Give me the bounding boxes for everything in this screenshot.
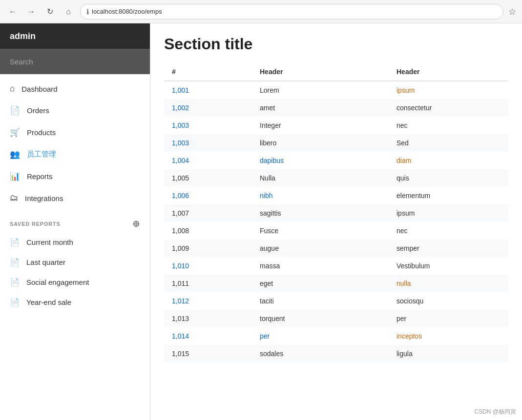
table-row: 1,005 Nulla quis xyxy=(164,169,508,187)
saved-report-label: Social engagement xyxy=(26,278,89,286)
table-row: 1,011 eget nulla xyxy=(164,275,508,292)
table-row: 1,003 libero Sed xyxy=(164,134,508,152)
table-row: 1,015 sodales ligula xyxy=(164,345,508,362)
sidebar-item-label: Reports xyxy=(27,172,53,180)
cart-icon: 🛒 xyxy=(10,127,20,138)
table-row: 1,004 dapibus diam xyxy=(164,152,508,169)
address-bar[interactable]: ℹ localhost:8080/zoo/emps xyxy=(80,4,503,20)
section-title: Section title xyxy=(164,35,508,53)
cell-num: 1,007 xyxy=(164,204,252,222)
cell-num: 1,014 xyxy=(164,327,252,345)
cell-col3: per xyxy=(389,310,508,327)
sidebar-item-orders[interactable]: 📄 Orders xyxy=(0,100,150,121)
orders-icon: 📄 xyxy=(10,105,20,116)
bookmark-icon[interactable]: ☆ xyxy=(508,6,516,17)
saved-report-social-engagement[interactable]: 📄 Social engagement xyxy=(0,272,150,292)
table-row: 1,007 sagittis ipsum xyxy=(164,204,508,222)
data-table: # Header Header 1,001 Lorem ipsum 1,002 … xyxy=(164,63,508,362)
table-body: 1,001 Lorem ipsum 1,002 amet consectetur… xyxy=(164,81,508,362)
watermark: CSDN @杨丙寅 xyxy=(474,408,516,416)
cell-col3: semper xyxy=(389,240,508,257)
main-nav: ⌂ Dashboard 📄 Orders 🛒 Products 👥 员工管理 📊 xyxy=(0,74,150,213)
cell-col3: quis xyxy=(389,169,508,187)
table-row: 1,003 Integer nec xyxy=(164,117,508,134)
saved-reports-list: 📄 Current month 📄 Last quarter 📄 Social … xyxy=(0,232,150,312)
cell-col2: Lorem xyxy=(252,81,389,99)
app-container: admin ⌂ Dashboard 📄 Orders 🛒 Products xyxy=(0,23,522,420)
cell-col3: inceptos xyxy=(389,327,508,345)
table-row: 1,014 per inceptos xyxy=(164,327,508,345)
table-row: 1,002 amet consectetur xyxy=(164,99,508,117)
cell-num: 1,008 xyxy=(164,222,252,240)
cell-col3: elementum xyxy=(389,187,508,204)
sidebar-item-products[interactable]: 🛒 Products xyxy=(0,121,150,143)
saved-reports-label: SAVED REPORTS xyxy=(10,221,61,227)
cell-num: 1,013 xyxy=(164,310,252,327)
sidebar: admin ⌂ Dashboard 📄 Orders 🛒 Products xyxy=(0,23,150,420)
sidebar-item-reports[interactable]: 📊 Reports xyxy=(0,165,150,187)
reload-button[interactable]: ↻ xyxy=(43,5,57,19)
saved-report-year-end-sale[interactable]: 📄 Year-end sale xyxy=(0,292,150,312)
cell-num: 1,011 xyxy=(164,275,252,292)
table-header-row: # Header Header xyxy=(164,63,508,81)
cell-col2: Integer xyxy=(252,117,389,134)
saved-report-label: Current month xyxy=(26,238,73,246)
add-report-button[interactable]: ⊕ xyxy=(132,219,140,229)
cell-num: 1,006 xyxy=(164,187,252,204)
table-row: 1,010 massa Vestibulum xyxy=(164,257,508,275)
sidebar-item-dashboard[interactable]: ⌂ Dashboard xyxy=(0,78,150,100)
report-icon: 📄 xyxy=(10,238,20,247)
sidebar-item-employees[interactable]: 👥 员工管理 xyxy=(0,143,150,165)
sidebar-item-integrations[interactable]: 🗂 Integrations xyxy=(0,187,150,209)
sidebar-item-label: Orders xyxy=(27,106,49,115)
home-button[interactable]: ⌂ xyxy=(62,5,75,19)
table-row: 1,001 Lorem ipsum xyxy=(164,81,508,99)
search-bar[interactable] xyxy=(0,49,150,74)
table-row: 1,013 torquent per xyxy=(164,310,508,327)
cell-col3: sociosqu xyxy=(389,292,508,310)
cell-col2: eget xyxy=(252,275,389,292)
sidebar-item-label: 员工管理 xyxy=(27,150,56,159)
saved-report-label: Year-end sale xyxy=(26,298,71,306)
cell-col2: per xyxy=(252,327,389,345)
cell-col2: taciti xyxy=(252,292,389,310)
cell-num: 1,005 xyxy=(164,169,252,187)
saved-report-last-quarter[interactable]: 📄 Last quarter xyxy=(0,252,150,272)
cell-num: 1,015 xyxy=(164,345,252,362)
cell-col2: torquent xyxy=(252,310,389,327)
cell-col3: Sed xyxy=(389,134,508,152)
cell-col2: sodales xyxy=(252,345,389,362)
cell-col3: Vestibulum xyxy=(389,257,508,275)
cell-col2: nibh xyxy=(252,187,389,204)
cell-col3: consectetur xyxy=(389,99,508,117)
table-row: 1,008 Fusce nec xyxy=(164,222,508,240)
cell-col2: augue xyxy=(252,240,389,257)
cell-col2: Fusce xyxy=(252,222,389,240)
saved-report-current-month[interactable]: 📄 Current month xyxy=(0,232,150,252)
cell-num: 1,009 xyxy=(164,240,252,257)
cell-col2: libero xyxy=(252,134,389,152)
cell-col2: massa xyxy=(252,257,389,275)
cell-num: 1,012 xyxy=(164,292,252,310)
table-row: 1,012 taciti sociosqu xyxy=(164,292,508,310)
cell-col3: nec xyxy=(389,117,508,134)
cell-col2: sagittis xyxy=(252,204,389,222)
report-icon: 📄 xyxy=(10,298,20,307)
search-input[interactable] xyxy=(10,58,140,66)
cell-num: 1,010 xyxy=(164,257,252,275)
back-button[interactable]: ← xyxy=(6,5,20,19)
sidebar-item-label: Products xyxy=(27,128,56,137)
cell-col3: nulla xyxy=(389,275,508,292)
report-icon: 📄 xyxy=(10,278,20,287)
browser-chrome: ← → ↻ ⌂ ℹ localhost:8080/zoo/emps ☆ xyxy=(0,0,522,23)
home-icon: ⌂ xyxy=(10,84,15,94)
cell-col2: amet xyxy=(252,99,389,117)
col-header2: Header xyxy=(389,63,508,81)
cell-col3: ligula xyxy=(389,345,508,362)
report-icon: 📄 xyxy=(10,258,20,267)
cell-col3: nec xyxy=(389,222,508,240)
sidebar-item-label: Dashboard xyxy=(21,85,57,93)
app-title: admin xyxy=(0,23,150,49)
forward-button[interactable]: → xyxy=(24,5,38,19)
col-header1: Header xyxy=(252,63,389,81)
